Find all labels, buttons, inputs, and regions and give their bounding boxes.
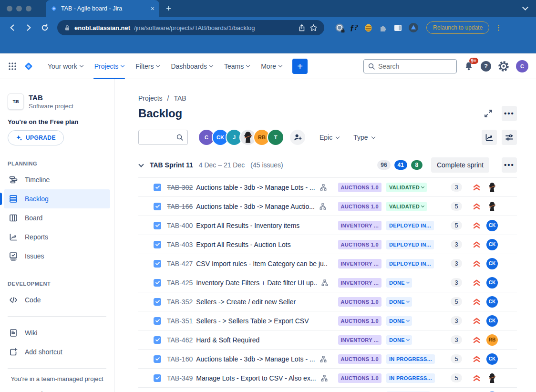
search-input[interactable] [378,62,445,70]
sidebar-item-backlog[interactable]: Backlog [4,189,110,208]
issue-checkbox[interactable] [154,203,161,210]
status-dropdown[interactable]: DEPLOYED IN... [386,221,434,230]
member-avatar[interactable]: RB [254,130,269,145]
issue-title[interactable]: Auctions table - 3db -> Manage Lots - ..… [196,184,315,191]
window-minimize-button[interactable] [16,6,22,11]
board-more-menu-button[interactable]: ••• [502,106,517,121]
issue-checkbox[interactable] [154,241,161,248]
issue-row[interactable]: TAB-302 Auctions table - 3db -> Manage L… [138,178,517,197]
story-points-badge[interactable]: 3 [451,183,462,192]
insights-button[interactable] [482,130,497,145]
issue-checkbox[interactable] [154,374,161,382]
issue-checkbox[interactable] [154,298,161,306]
story-points-badge[interactable]: 5 [451,354,462,363]
issue-row-partial[interactable] [138,388,517,392]
issue-title[interactable]: Auctions table - 3db -> Manage Auctio... [196,203,315,210]
status-dropdown[interactable]: DEPLOYED IN... [386,259,434,268]
status-dropdown[interactable]: IN PROGRESS... [386,373,435,383]
issue-row[interactable]: TAB-400 Export All Results - Inventory i… [138,216,517,235]
tab-search-chevron-icon[interactable] [522,4,528,10]
sidebar-item-board[interactable]: Board [4,208,110,227]
global-search[interactable] [363,59,457,73]
epic-label[interactable]: AUCTIONS 1.0 [338,354,381,364]
story-points-badge[interactable]: 3 [451,316,462,325]
view-settings-button[interactable] [502,130,517,145]
relaunch-to-update-button[interactable]: Relaunch to update [426,21,489,34]
story-points-badge[interactable]: 5 [451,202,462,211]
issue-title[interactable]: Auctions table - 3db -> Manage Lots - ..… [196,355,315,363]
epic-label[interactable]: AUCTIONS 1.0 [338,373,381,383]
backlog-search-field[interactable] [138,130,188,145]
issue-title[interactable]: Sellers -> Create / edit new Seller [196,298,296,306]
issue-title[interactable]: Hard & Soft Required [196,336,259,344]
notifications-button[interactable]: 9+ [464,61,474,72]
nav-dashboards[interactable]: Dashboards [166,53,217,79]
upgrade-button[interactable]: UPGRADE [8,130,64,145]
assignee-avatar[interactable]: RB [486,334,498,346]
sprint-name[interactable]: TAB Sprint 11 [150,161,193,169]
story-points-badge[interactable]: 3 [451,335,462,344]
nav-filters[interactable]: Filters [131,53,164,79]
bookmark-star-icon[interactable] [309,24,318,32]
create-issue-button[interactable]: + [292,59,308,74]
issue-row[interactable]: TAB-462 Hard & Soft Required INVENTORY .… [138,330,517,350]
sidebar-item-timeline[interactable]: Timeline [4,170,110,189]
sidebar-item-wiki[interactable]: Wiki [4,323,110,342]
member-avatar[interactable]: C [199,130,214,145]
chrome-profile-avatar[interactable] [408,22,419,33]
epic-label[interactable]: AUCTIONS 1.0 [338,240,381,249]
new-tab-button[interactable]: + [166,3,171,14]
epic-filter-dropdown[interactable]: Epic [320,134,339,141]
assignee-avatar[interactable]: CK [486,315,498,327]
sidebar-item-code[interactable]: Code [4,290,110,309]
status-dropdown[interactable]: VALIDATED [386,183,427,192]
issue-checkbox[interactable] [154,355,161,363]
epic-label[interactable]: INVENTORY ... [338,221,382,230]
learn-more-link[interactable]: Learn more [4,390,110,392]
issue-checkbox[interactable] [154,260,161,268]
issue-row[interactable]: TAB-160 Auctions table - 3db -> Manage L… [138,350,517,369]
sidebar-item-add-shortcut[interactable]: Add shortcut [4,342,110,361]
epic-label[interactable]: INVENTORY ... [338,278,382,288]
member-avatar[interactable]: T [268,130,283,145]
epic-label[interactable]: AUCTIONS 1.0 [338,202,381,211]
issue-title[interactable]: CSV Import rules - Item Category can be … [196,260,328,268]
app-switcher-icon[interactable] [8,62,17,71]
extensions-puzzle-icon[interactable] [379,23,388,32]
fullscreen-expand-icon[interactable] [481,106,496,121]
assignee-avatar[interactable]: CK [486,277,498,289]
share-icon[interactable] [298,24,306,32]
help-button[interactable]: ? [481,61,491,72]
epic-label[interactable]: AUCTIONS 1.0 [338,183,381,192]
type-filter-dropdown[interactable]: Type [353,134,374,141]
member-avatar[interactable]: CK [213,130,228,145]
issue-title[interactable]: Sellers - > Sellers Table > Export CSV [196,317,309,325]
issue-checkbox[interactable] [154,336,161,344]
issue-row[interactable]: TAB-352 Sellers -> Create / edit new Sel… [138,292,517,311]
font-extension-icon[interactable]: ƒ? [350,23,358,32]
reload-button[interactable] [38,21,52,34]
issue-checkbox[interactable] [154,184,161,191]
assignee-avatar[interactable]: CK [486,353,498,365]
issue-row[interactable]: TAB-425 Inventory Date Filters + Date fi… [138,273,517,292]
story-points-badge[interactable]: 3 [451,278,462,287]
member-avatar-photo[interactable] [240,130,256,145]
forward-button[interactable] [22,21,35,34]
assignee-avatar[interactable]: CK [486,239,498,250]
sprint-collapse-chevron-icon[interactable] [138,162,144,167]
status-dropdown[interactable]: DONE [386,316,412,326]
assignee-avatar-photo[interactable] [486,372,498,384]
sidebar-item-reports[interactable]: Reports [4,227,110,247]
breadcrumb-projects[interactable]: Projects [138,94,163,102]
assignee-avatar[interactable]: CK [486,258,498,269]
issue-row[interactable]: TAB-166 Auctions table - 3db -> Manage A… [138,197,517,216]
status-dropdown[interactable]: VALIDATED [386,202,427,211]
assignee-avatar-photo[interactable] [486,201,498,212]
issue-title[interactable]: Export All Results - Inventory items [196,222,299,229]
window-controls[interactable] [7,6,31,11]
issue-title[interactable]: Inventory Date Filters + Date filter UI … [196,279,317,287]
back-button[interactable] [6,21,19,34]
issue-checkbox[interactable] [154,317,161,325]
nav-more[interactable]: More [256,53,287,79]
add-people-button[interactable] [290,130,305,145]
